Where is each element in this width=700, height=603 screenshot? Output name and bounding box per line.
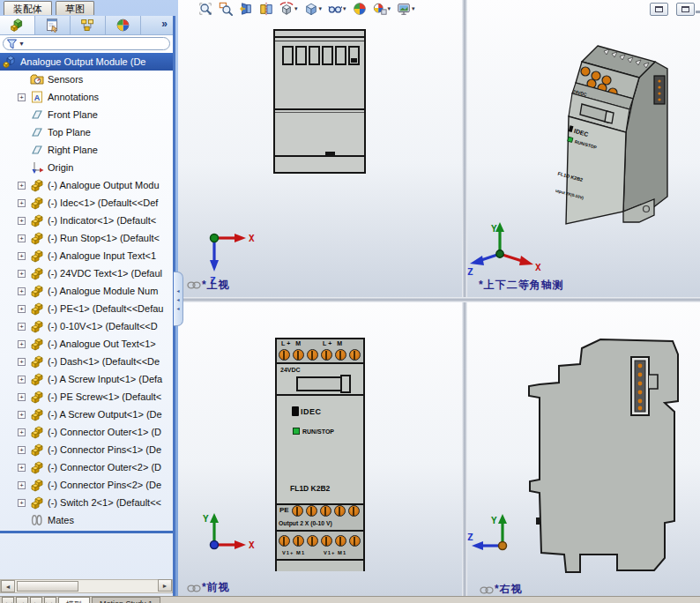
front-view-model[interactable]: L+ M L+ M 24VDC IDEC RUN/STOP FL1D K2B2 … [275, 338, 365, 571]
expand-toggle-icon[interactable]: + [18, 464, 26, 472]
featuremanager-design-tree-tab[interactable] [0, 16, 35, 34]
expand-toggle-icon[interactable]: + [18, 499, 26, 507]
tree-item[interactable]: + Right Plane [0, 141, 173, 159]
expand-toggle-icon[interactable]: + [18, 376, 26, 383]
expand-toggle-icon[interactable]: + [18, 340, 26, 348]
scroll-left-button[interactable]: ◄ [1, 580, 15, 592]
viewport-splitter-horizontal[interactable] [178, 297, 700, 302]
isometric-view-model[interactable]: 24VDC IDEC RUN/STOP FL1D K2B2 Output 2X(… [555, 42, 696, 232]
viewport-top[interactable]: X Z *上视 [178, 0, 462, 297]
tree-item[interactable]: + (-) A Screw Output<1> (De [0, 406, 173, 423]
tree-item[interactable]: + (-) Analogue Output Modu [0, 176, 173, 194]
expand-toggle-icon[interactable]: + [18, 393, 26, 401]
tree-item[interactable]: + (-) Connector Pins<1> (De [0, 441, 173, 458]
tab-scroll-left-icon[interactable]: ◄ [16, 597, 28, 603]
expand-toggle-icon[interactable]: + [18, 93, 26, 101]
window-restore-icon[interactable] [650, 3, 668, 16]
tree-item[interactable]: + (-) A Screw Input<1> (Defa [0, 370, 173, 388]
chevron-down-icon[interactable]: ▾ [412, 5, 415, 12]
chevron-down-icon[interactable]: ▾ [294, 5, 298, 12]
apply-scene-button[interactable] [352, 1, 368, 17]
tree-item[interactable]: + (-) Idec<1> (Default<<Def [0, 194, 173, 212]
tree-item[interactable]: + (-) Connector Outer<2> (D [0, 458, 173, 476]
expand-toggle-icon[interactable]: + [18, 199, 26, 207]
expand-toggle-icon[interactable]: + [18, 358, 26, 366]
tab-sketch[interactable]: 草图 [56, 1, 94, 15]
tab-assembly[interactable]: 装配体 [4, 1, 52, 15]
tree-item[interactable]: + (-) 0-10V<1> (Default<<D [0, 317, 173, 335]
origin-icon [30, 160, 44, 175]
window-restore-icon[interactable] [676, 3, 695, 16]
expand-toggle-icon[interactable]: + [18, 305, 26, 313]
expand-toggle-icon[interactable]: + [18, 287, 26, 295]
configuration-manager-tab[interactable] [71, 16, 106, 34]
tree-item[interactable]: + (-) PE Screw<1> (Default< [0, 388, 173, 406]
tree-item[interactable]: + (-) Analogue Out Text<1> [0, 335, 173, 353]
scrollbar-thumb[interactable] [17, 581, 78, 592]
view-orientation-button[interactable]: ▾ [279, 1, 299, 17]
tree-item[interactable]: + Analogue Output Module (De [0, 53, 173, 71]
tree-item[interactable]: + (-) Indicator<1> (Default< [0, 212, 173, 229]
tree-item[interactable]: + (-) Run Stop<1> (Default< [0, 229, 173, 247]
axis-x-label: X [249, 540, 255, 551]
tree-item[interactable]: + (-) 24VDC Text<1> (Defaul [0, 264, 173, 282]
expand-toggle-icon[interactable]: + [18, 446, 26, 454]
previous-view-button[interactable] [238, 1, 254, 17]
chevron-down-icon[interactable]: ▾ [388, 5, 391, 12]
display-style-button[interactable]: ▾ [303, 1, 324, 17]
expand-toggle-icon[interactable]: + [18, 428, 26, 436]
tree-item[interactable]: + (-) Dash<1> (Default<<De [0, 353, 173, 370]
edit-appearance-button[interactable]: ▾ [396, 1, 416, 17]
expand-toggle-icon[interactable]: + [18, 252, 26, 260]
chevron-down-icon[interactable]: ▾ [319, 5, 323, 12]
top-view-model[interactable] [273, 29, 366, 174]
expand-toggle-icon[interactable]: + [18, 270, 26, 278]
property-manager-tab[interactable] [35, 16, 71, 34]
expand-toggle-icon[interactable]: + [18, 217, 26, 225]
expand-toggle-icon[interactable]: + [18, 411, 26, 419]
panel-horizontal-scrollbar[interactable]: ◄ ► [0, 579, 173, 593]
tree-item[interactable]: + (-) Analogue Input Text<1 [0, 247, 173, 264]
tab-scroll-first-icon[interactable]: ◄◄ [2, 597, 14, 603]
chevron-down-icon[interactable]: ▼ [19, 41, 25, 47]
tree-item[interactable]: + Top Plane [0, 123, 173, 141]
filter-funnel-icon[interactable] [7, 39, 17, 49]
viewport-right[interactable]: Y Z *右视 [467, 302, 700, 596]
viewport-isometric[interactable]: 24VDC IDEC RUN/STOP FL1D K2B2 Output 2X(… [467, 0, 700, 297]
plane-icon [30, 125, 44, 139]
expand-toggle-icon[interactable]: + [18, 182, 26, 190]
featuremanager-panel: » ▼ + Analogue Output Module (De + Senso… [0, 16, 175, 596]
chevron-down-icon[interactable]: ▾ [343, 5, 346, 12]
screw-terminal [349, 349, 361, 361]
tree-item[interactable]: + Mates [0, 511, 173, 529]
tab-scroll-last-icon[interactable]: ►► [44, 597, 56, 603]
expand-toggle-icon[interactable]: + [18, 481, 26, 489]
expand-toggle-icon[interactable]: + [18, 323, 26, 331]
tree-item[interactable]: + (-) PE<1> (Default<<Defau [0, 300, 173, 317]
study-tab[interactable]: 模型 [58, 597, 90, 603]
tree-item[interactable]: + (-) Switch 2<1> (Default<< [0, 494, 173, 511]
zoom-to-fit-button[interactable] [197, 1, 213, 17]
viewport-front[interactable]: L+ M L+ M 24VDC IDEC RUN/STOP FL1D K2B2 … [178, 302, 462, 596]
tree-item[interactable]: + Origin [0, 159, 173, 176]
view-settings-button[interactable]: ▾ [372, 1, 392, 17]
expand-toggle-icon[interactable]: + [18, 234, 26, 242]
window-minimize-icon[interactable] [696, 11, 700, 13]
chevron-overflow-icon[interactable]: » [161, 16, 173, 34]
tree-item[interactable]: + (-) Connector Pins<2> (De [0, 476, 173, 494]
scroll-right-button[interactable]: ► [158, 579, 172, 592]
study-tab[interactable]: Motion Study 1 [92, 597, 160, 603]
tab-scroll-right-icon[interactable]: ► [30, 597, 42, 603]
display-manager-tab[interactable] [106, 16, 141, 34]
panel-collapse-handle[interactable]: ◂◂◂ [174, 272, 183, 326]
tree-item[interactable]: + Sensors [0, 71, 173, 88]
section-view-button[interactable] [258, 1, 274, 17]
tree-item[interactable]: + A Annotations [0, 88, 173, 106]
tree-item[interactable]: + Front Plane [0, 106, 173, 123]
zoom-to-area-button[interactable] [218, 1, 234, 17]
filter-input[interactable]: ▼ [3, 37, 170, 50]
tree-item[interactable]: + (-) Connector Outer<1> (D [0, 423, 173, 441]
tree-item[interactable]: + (-) Analogue Module Num [0, 282, 173, 300]
hide-show-items-button[interactable]: ▾ [327, 1, 347, 17]
right-view-model[interactable] [520, 329, 696, 584]
